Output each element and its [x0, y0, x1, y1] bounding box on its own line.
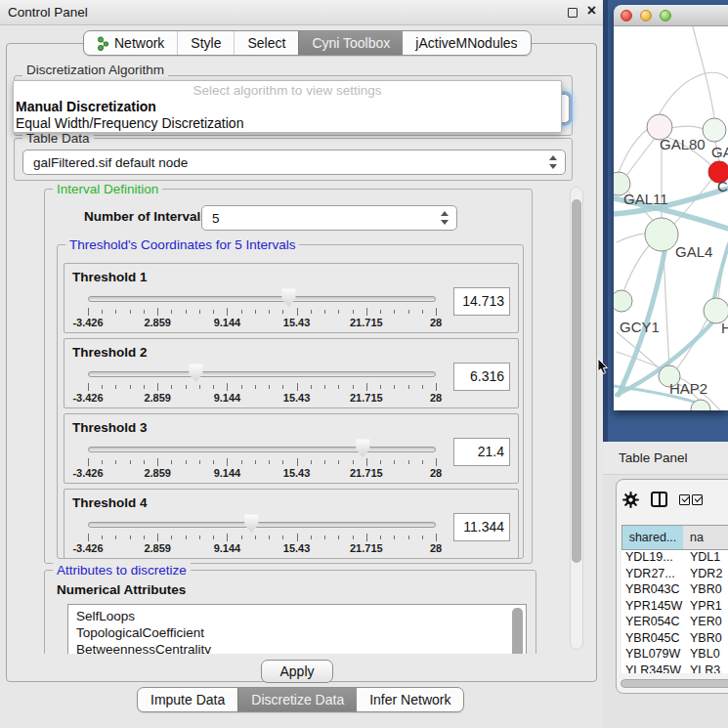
tab-impute-data-label: Impute Data — [150, 692, 225, 707]
network-node[interactable] — [645, 218, 678, 251]
threshold-value-field[interactable]: 21.4 — [453, 438, 510, 466]
network-edge[interactable] — [660, 72, 728, 113]
cell-name[interactable]: YDR2 — [683, 567, 728, 583]
network-edge[interactable] — [664, 251, 669, 365]
network-edge[interactable] — [624, 241, 654, 289]
column-header-shared-name[interactable]: shared... — [621, 525, 684, 550]
tab-infer-network[interactable]: Infer Network — [357, 688, 463, 711]
threshold-slider-track[interactable] — [88, 447, 436, 452]
table-row[interactable]: YDL19...YDL1 — [621, 550, 728, 567]
cell-name[interactable]: YLR3 — [683, 664, 728, 674]
attribute-list-item[interactable]: SelfLoops — [68, 608, 526, 624]
cyni-bottom-tabs: Impute Data Discretize Data Infer Networ… — [137, 687, 464, 712]
threshold-slider-track[interactable] — [88, 522, 436, 528]
combo-stepper-icon — [441, 211, 450, 225]
split-view-icon[interactable] — [651, 492, 667, 507]
tab-select[interactable]: Select — [234, 31, 298, 55]
checkbox-icon[interactable] — [692, 494, 703, 505]
threshold-label: Threshold 3 — [72, 420, 148, 435]
attribute-list-item[interactable]: TopologicalCoefficient — [68, 624, 526, 641]
cell-shared-name[interactable]: YDR27... — [621, 567, 683, 583]
settings-scrollpane: Interval Definition Number of Intervals … — [15, 185, 587, 654]
network-edge-thick[interactable] — [714, 246, 728, 298]
cell-shared-name[interactable]: YDL19... — [621, 550, 683, 567]
popup-option-manual-discretization[interactable]: Manual Discretization — [14, 99, 561, 115]
slider-ticks — [88, 534, 436, 541]
threshold-slider-track[interactable] — [88, 296, 436, 302]
cell-name[interactable]: YBL0 — [683, 647, 728, 664]
cell-shared-name[interactable]: YBL079W — [621, 647, 683, 664]
table-data-group-title: Table Data — [22, 131, 94, 146]
tab-infer-network-label: Infer Network — [369, 692, 450, 707]
cell-shared-name[interactable]: YLR345W — [621, 664, 683, 674]
threshold-value-field[interactable]: 11.344 — [453, 513, 510, 541]
threshold-panel: Threshold 3 -3.4262.8599.14415.4321.7152… — [64, 413, 519, 484]
attributes-group-title: Attributes to discretize — [53, 563, 191, 578]
interval-definition-group: Interval Definition Number of Intervals … — [44, 189, 533, 564]
table-data-combobox[interactable]: galFiltered.sif default node — [22, 150, 566, 175]
column-header-name[interactable]: na — [683, 525, 728, 550]
attribute-list-item[interactable]: BetweennessCentrality — [68, 641, 526, 654]
tab-network[interactable]: Network — [84, 31, 177, 55]
slider-scale-labels: -3.4262.8599.14415.4321.71528 — [88, 467, 436, 479]
gear-icon[interactable] — [622, 492, 639, 508]
network-canvas[interactable]: GAL80GACGAL11GAL4GCY1HHAP2 — [614, 26, 728, 410]
table-row[interactable]: YBR043CYBR0 — [621, 582, 728, 599]
table-toolbar — [622, 486, 703, 513]
table-row[interactable]: YPR145WYPR1 — [621, 599, 728, 616]
network-edge[interactable] — [626, 138, 655, 176]
apply-button[interactable]: Apply — [261, 660, 333, 683]
tab-select-label: Select — [247, 35, 285, 51]
settings-scrollbar-thumb[interactable] — [572, 199, 581, 563]
zoom-window-icon[interactable] — [660, 10, 671, 21]
threshold-slider-handle[interactable] — [243, 514, 259, 533]
scale-tick-label: -3.426 — [72, 392, 103, 404]
cell-shared-name[interactable]: YPR145W — [621, 599, 683, 616]
numerical-attributes-list[interactable]: SelfLoopsTopologicalCoefficientBetweenne… — [67, 604, 527, 654]
checkbox-icon[interactable] — [679, 494, 690, 505]
cell-shared-name[interactable]: YBR043C — [621, 582, 683, 599]
number-of-intervals-combobox[interactable]: 5 — [201, 205, 457, 231]
tab-style[interactable]: Style — [177, 31, 234, 55]
table-data-selected-value: galFiltered.sif default node — [33, 155, 188, 170]
popup-option-equal-width-frequency[interactable]: Equal Width/Frequency Discretization — [14, 115, 561, 132]
attributes-group: Attributes to discretize Numerical Attri… — [44, 570, 536, 654]
network-edge[interactable] — [670, 126, 704, 129]
cell-name[interactable]: YER0 — [683, 615, 728, 631]
tab-network-label: Network — [114, 35, 164, 51]
table-row[interactable]: YBR045CYBR0 — [621, 631, 728, 648]
close-window-icon[interactable] — [621, 10, 632, 21]
tab-impute-data[interactable]: Impute Data — [138, 688, 237, 711]
close-icon[interactable]: × — [587, 2, 596, 20]
cell-name[interactable]: YPR1 — [683, 599, 728, 616]
interval-definition-title: Interval Definition — [53, 185, 162, 196]
tab-discretize-data[interactable]: Discretize Data — [237, 688, 357, 711]
table-row[interactable]: YLR345WYLR3 — [621, 664, 728, 674]
tab-discretize-data-label: Discretize Data — [251, 692, 344, 707]
tab-cyni-toolbox[interactable]: Cyni Toolbox — [298, 31, 403, 55]
table-row[interactable]: YBL079WYBL0 — [621, 647, 728, 664]
threshold-slider-handle[interactable] — [355, 439, 370, 457]
network-node[interactable] — [614, 290, 632, 312]
minimize-window-icon[interactable] — [640, 10, 652, 21]
network-node[interactable] — [703, 118, 726, 142]
threshold-value-field[interactable]: 6.316 — [453, 363, 510, 391]
settings-scrollbar-track[interactable] — [570, 187, 583, 650]
float-window-icon[interactable] — [568, 8, 578, 18]
table-horizontal-scrollbar[interactable] — [621, 679, 728, 688]
table-row[interactable]: YDR27...YDR2 — [621, 567, 728, 583]
threshold-slider-track[interactable] — [88, 371, 436, 377]
cell-shared-name[interactable]: YBR045C — [621, 631, 683, 648]
table-row[interactable]: YER054CYER0 — [621, 615, 728, 631]
cell-name[interactable]: YBR0 — [683, 631, 728, 648]
attributes-list-scrollbar[interactable] — [512, 608, 523, 654]
cell-shared-name[interactable]: YER054C — [621, 615, 683, 631]
threshold-value-field[interactable]: 14.713 — [453, 287, 510, 316]
threshold-slider-handle[interactable] — [280, 288, 296, 307]
scale-tick-label: 28 — [430, 542, 442, 554]
tab-jactivemnodules[interactable]: jActiveMNodules — [403, 31, 530, 55]
cell-name[interactable]: YBR0 — [683, 582, 728, 599]
threshold-panel: Threshold 4 -3.4262.8599.14415.4321.7152… — [64, 489, 519, 559]
cell-name[interactable]: YDL1 — [683, 550, 728, 567]
threshold-slider-handle[interactable] — [188, 364, 203, 382]
